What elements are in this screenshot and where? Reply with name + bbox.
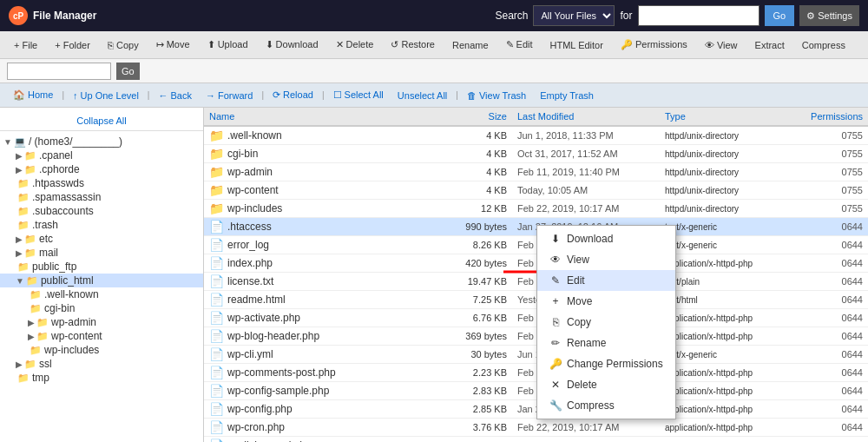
download-button[interactable]: ⬇ Download	[259, 36, 326, 53]
col-type[interactable]: Type	[660, 108, 799, 126]
path-input[interactable]: public_html	[7, 63, 111, 80]
table-row[interactable]: 📄 wp-cron.php 3.76 KB Feb 22, 2019, 10:1…	[204, 419, 868, 437]
sidebar-item[interactable]: ▶📁ssl	[0, 357, 203, 371]
context-menu-item[interactable]: ⎘Copy	[537, 312, 675, 333]
col-modified[interactable]: Last Modified	[512, 108, 660, 126]
col-name[interactable]: Name	[204, 108, 443, 126]
extract-button[interactable]: Extract	[748, 37, 792, 53]
sidebar-item[interactable]: ▶📁etc	[0, 232, 203, 246]
file-permissions: 0755	[799, 200, 868, 218]
file-name-cell: 📄 license.txt	[204, 273, 443, 291]
table-header-row: Name Size Last Modified Type Permissions	[204, 108, 868, 126]
rename-button[interactable]: Rename	[445, 37, 496, 53]
col-perms[interactable]: Permissions	[799, 108, 868, 126]
file-size: 2.85 KB	[443, 400, 512, 419]
sidebar-item[interactable]: 📁wp-includes	[0, 343, 203, 357]
sidebar-item[interactable]: ▶📁.cpanel	[0, 148, 203, 162]
home-button[interactable]: 🏠 Home	[7, 88, 59, 102]
search-scope-select[interactable]: All Your Files	[533, 5, 615, 26]
sidebar-item[interactable]: 📁.spamassassin	[0, 190, 203, 204]
ctx-item-icon: 🔑	[549, 358, 562, 370]
search-area: Search All Your Files for Go ⚙ Settings	[495, 5, 859, 26]
col-size[interactable]: Size	[443, 108, 512, 126]
sidebar-item[interactable]: 📁.trash	[0, 218, 203, 232]
context-menu-item[interactable]: 🔧Compress	[537, 395, 675, 416]
html-editor-button[interactable]: HTML Editor	[543, 37, 610, 53]
context-menu-item[interactable]: ⬇Download	[537, 228, 675, 249]
permissions-button[interactable]: 🔑 Permissions	[614, 36, 694, 53]
context-menu-item[interactable]: ✕Delete	[537, 374, 675, 395]
table-row[interactable]: 📁 wp-includes 12 KB Feb 22, 2019, 10:17 …	[204, 200, 868, 218]
ctx-item-icon: ✕	[549, 379, 562, 391]
table-row[interactable]: 📁 wp-admin 4 KB Feb 11, 2019, 11:40 PM h…	[204, 163, 868, 181]
file-modified: Feb 22, 2019, 10:17 AM	[512, 437, 660, 443]
file-permissions: 0644	[799, 254, 868, 273]
view-button[interactable]: 👁 View	[698, 37, 745, 53]
up-level-button[interactable]: ↑ Up One Level	[67, 89, 145, 102]
context-menu-item[interactable]: +Move	[537, 291, 675, 312]
reload-button[interactable]: ⟳ Reload	[266, 88, 319, 102]
file-permissions: 0755	[799, 181, 868, 200]
file-permissions: 0644	[799, 346, 868, 364]
table-row[interactable]: 📁 .well-known 4 KB Jun 1, 2018, 11:33 PM…	[204, 126, 868, 145]
delete-button[interactable]: ✕ Delete	[329, 36, 381, 53]
edit-button[interactable]: ✎ Edit	[499, 36, 540, 53]
file-size: 6.76 KB	[443, 309, 512, 327]
context-menu-item[interactable]: 👁View	[537, 249, 675, 270]
empty-trash-button[interactable]: Empty Trash	[534, 89, 600, 102]
sidebar-item[interactable]: 📁.subaccounts	[0, 204, 203, 218]
file-type: application/x-httpd-php	[660, 419, 799, 437]
select-all-button[interactable]: ☐ Select All	[327, 88, 390, 102]
file-permissions: 0644	[799, 291, 868, 309]
sidebar: Collapse All ▼💻/ (home3/________)▶📁.cpan…	[0, 108, 204, 442]
sidebar-item[interactable]: ▶📁wp-admin	[0, 315, 203, 329]
sidebar-item[interactable]: ▶📁.cphorde	[0, 162, 203, 176]
table-row[interactable]: 📁 wp-content 4 KB Today, 10:05 AM httpd/…	[204, 181, 868, 200]
ctx-item-label: View	[567, 254, 589, 266]
context-menu-item[interactable]: ✎Edit	[537, 270, 675, 291]
sidebar-item[interactable]: ▶📁wp-content	[0, 329, 203, 343]
sidebar-item[interactable]: ▼📁public_html	[0, 274, 203, 287]
new-file-button[interactable]: + File	[7, 37, 44, 53]
sidebar-item[interactable]: 📁tmp	[0, 371, 203, 385]
table-row[interactable]: 📄 wp-links-opml.php 2.44 KB Feb 22, 2019…	[204, 437, 868, 443]
view-trash-button[interactable]: 🗑 View Trash	[461, 89, 532, 102]
file-name-cell: 📄 wp-cli.yml	[204, 346, 443, 364]
file-permissions: 0644	[799, 309, 868, 327]
restore-button[interactable]: ↺ Restore	[384, 36, 442, 53]
search-input[interactable]	[638, 5, 760, 26]
back-button[interactable]: ← Back	[152, 89, 198, 102]
collapse-all-button[interactable]: Collapse All	[76, 115, 126, 126]
file-type: httpd/unix-directory	[660, 126, 799, 145]
settings-button[interactable]: ⚙ Settings	[799, 5, 859, 26]
sidebar-item[interactable]: 📁public_ftp	[0, 260, 203, 274]
file-type: application/x-httpd-php	[660, 364, 799, 382]
copy-button[interactable]: ⎘ Copy	[101, 37, 146, 53]
forward-button[interactable]: → Forward	[200, 89, 259, 102]
unselect-all-button[interactable]: Unselect All	[391, 89, 453, 102]
context-menu: ⬇Download👁View✎Edit+Move⎘Copy✏Rename🔑Cha…	[536, 225, 676, 419]
sidebar-item[interactable]: 📁cgi-bin	[0, 301, 203, 315]
new-folder-button[interactable]: + Folder	[48, 37, 97, 53]
ctx-item-icon: 🔧	[549, 399, 562, 412]
sidebar-item[interactable]: ▼💻/ (home3/________)	[0, 135, 203, 148]
context-menu-item[interactable]: 🔑Change Permissions	[537, 353, 675, 374]
file-type: application/x-httpd-php	[660, 382, 799, 400]
compress-button[interactable]: Compress	[795, 37, 852, 53]
addr-go-button[interactable]: Go	[116, 63, 140, 80]
file-name-cell: 📁 cgi-bin	[204, 145, 443, 163]
file-permissions: 0755	[799, 145, 868, 163]
context-menu-item[interactable]: ✏Rename	[537, 333, 675, 353]
table-row[interactable]: 📁 cgi-bin 4 KB Oct 31, 2017, 11:52 AM ht…	[204, 145, 868, 163]
main-layout: Collapse All ▼💻/ (home3/________)▶📁.cpan…	[0, 108, 868, 442]
file-list: Name Size Last Modified Type Permissions…	[204, 108, 868, 442]
file-permissions: 0755	[799, 163, 868, 181]
sidebar-item[interactable]: ▶📁mail	[0, 246, 203, 260]
file-type: application/x-httpd-php	[660, 254, 799, 273]
search-go-button[interactable]: Go	[765, 5, 795, 26]
nav-sep-2: |	[148, 90, 150, 100]
upload-button[interactable]: ⬆ Upload	[201, 36, 255, 53]
sidebar-item[interactable]: 📁.well-known	[0, 287, 203, 301]
sidebar-item[interactable]: 📁.htpasswds	[0, 176, 203, 190]
move-button[interactable]: ↦ Move	[149, 36, 197, 53]
